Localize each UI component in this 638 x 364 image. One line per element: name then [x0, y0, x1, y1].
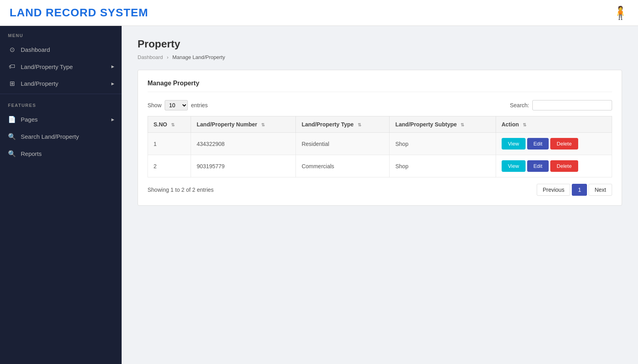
sidebar-item-label: Land/Property	[21, 80, 58, 87]
cell-action: ViewEditDelete	[496, 155, 612, 177]
table-body: 1434322908ResidentialShopViewEditDelete2…	[148, 133, 612, 177]
sidebar-divider	[0, 94, 122, 94]
sidebar-item-reports[interactable]: 🔍 Reports	[0, 145, 122, 162]
menu-section-label: MENU	[0, 26, 122, 41]
breadcrumb: Dashboard › Manage Land/Property	[138, 54, 622, 60]
search-input[interactable]	[532, 100, 612, 110]
table-controls: Show 10 25 50 100 entries Search:	[148, 100, 612, 110]
entries-label: entries	[191, 102, 208, 108]
show-entries-control: Show 10 25 50 100 entries	[148, 100, 208, 110]
search-label: Search:	[510, 102, 529, 108]
cell-number: 903195779	[191, 155, 296, 177]
cell-action: ViewEditDelete	[496, 133, 612, 155]
sidebar: MENU ⊙ Dashboard 🏷 Land/Property Type ► …	[0, 26, 122, 364]
sidebar-item-dashboard[interactable]: ⊙ Dashboard	[0, 41, 122, 58]
page-1-button[interactable]: 1	[572, 184, 587, 196]
view-button[interactable]: View	[502, 138, 526, 150]
sidebar-item-search-land-property[interactable]: 🔍 Search Land/Property	[0, 128, 122, 145]
main-layout: MENU ⊙ Dashboard 🏷 Land/Property Type ► …	[0, 26, 638, 364]
grid-icon: ⊞	[8, 80, 16, 87]
breadcrumb-separator: ›	[167, 54, 168, 60]
card-title: Manage Property	[148, 80, 612, 92]
sort-icon: ⇅	[461, 122, 464, 127]
sidebar-item-pages[interactable]: 📄 Pages ►	[0, 111, 122, 128]
edit-button[interactable]: Edit	[527, 138, 549, 150]
header: LAND RECORD SYSTEM 🧍	[0, 0, 638, 26]
chevron-right-icon: ►	[110, 117, 115, 122]
col-number[interactable]: Land/Property Number ⇅	[191, 116, 296, 133]
table-row: 1434322908ResidentialShopViewEditDelete	[148, 133, 612, 155]
cell-type: Residential	[296, 133, 390, 155]
next-button[interactable]: Next	[589, 184, 612, 196]
sidebar-item-label: Land/Property Type	[21, 63, 73, 70]
sort-icon: ⇅	[358, 122, 361, 127]
entries-select[interactable]: 10 25 50 100	[165, 100, 188, 110]
chevron-right-icon: ►	[110, 81, 115, 87]
sort-icon: ⇅	[171, 122, 175, 127]
features-section-label: FEATURES	[0, 96, 122, 111]
sidebar-item-land-property[interactable]: ⊞ Land/Property ►	[0, 75, 122, 92]
app-title: LAND RECORD SYSTEM	[10, 6, 148, 19]
pages-icon: 📄	[8, 116, 16, 123]
sidebar-item-land-property-type[interactable]: 🏷 Land/Property Type ►	[0, 58, 122, 75]
cell-number: 434322908	[191, 133, 296, 155]
sidebar-item-label: Dashboard	[21, 46, 50, 53]
page-title: Property	[138, 38, 622, 50]
cell-subtype: Shop	[390, 155, 496, 177]
breadcrumb-home[interactable]: Dashboard	[138, 54, 163, 60]
col-type[interactable]: Land/Property Type ⇅	[296, 116, 390, 133]
sidebar-item-label: Reports	[21, 150, 42, 157]
main-content: Property Dashboard › Manage Land/Propert…	[122, 26, 638, 364]
table-row: 2903195779CommercialsShopViewEditDelete	[148, 155, 612, 177]
show-label: Show	[148, 102, 161, 108]
cell-subtype: Shop	[390, 133, 496, 155]
edit-button[interactable]: Edit	[527, 160, 549, 172]
col-action: Action ⇅	[496, 116, 612, 133]
cell-sno: 1	[148, 133, 191, 155]
reports-icon: 🔍	[8, 150, 16, 157]
showing-text: Showing 1 to 2 of 2 entries	[148, 187, 214, 193]
property-table: S.NO ⇅ Land/Property Number ⇅ Land/Prope…	[148, 116, 612, 177]
delete-button[interactable]: Delete	[550, 160, 578, 172]
sidebar-item-label: Pages	[21, 116, 38, 123]
user-avatar[interactable]: 🧍	[612, 5, 628, 20]
sort-icon: ⇅	[523, 122, 526, 127]
search-icon: 🔍	[8, 133, 16, 140]
previous-button[interactable]: Previous	[537, 184, 570, 196]
col-subtype[interactable]: Land/Property Subtype ⇅	[390, 116, 496, 133]
delete-button[interactable]: Delete	[550, 138, 578, 150]
sort-icon: ⇅	[261, 122, 265, 127]
dashboard-icon: ⊙	[8, 46, 16, 53]
chevron-right-icon: ►	[110, 64, 115, 69]
breadcrumb-current: Manage Land/Property	[172, 54, 225, 60]
sidebar-item-label: Search Land/Property	[21, 133, 79, 140]
cell-sno: 2	[148, 155, 191, 177]
search-control: Search:	[510, 100, 612, 110]
table-header: S.NO ⇅ Land/Property Number ⇅ Land/Prope…	[148, 116, 612, 133]
col-sno[interactable]: S.NO ⇅	[148, 116, 191, 133]
pagination: Previous 1 Next	[537, 184, 612, 196]
cell-type: Commercials	[296, 155, 390, 177]
tag-icon: 🏷	[8, 63, 16, 70]
table-footer: Showing 1 to 2 of 2 entries Previous 1 N…	[148, 184, 612, 196]
property-card: Manage Property Show 10 25 50 100 entrie…	[138, 70, 622, 206]
view-button[interactable]: View	[502, 160, 526, 172]
